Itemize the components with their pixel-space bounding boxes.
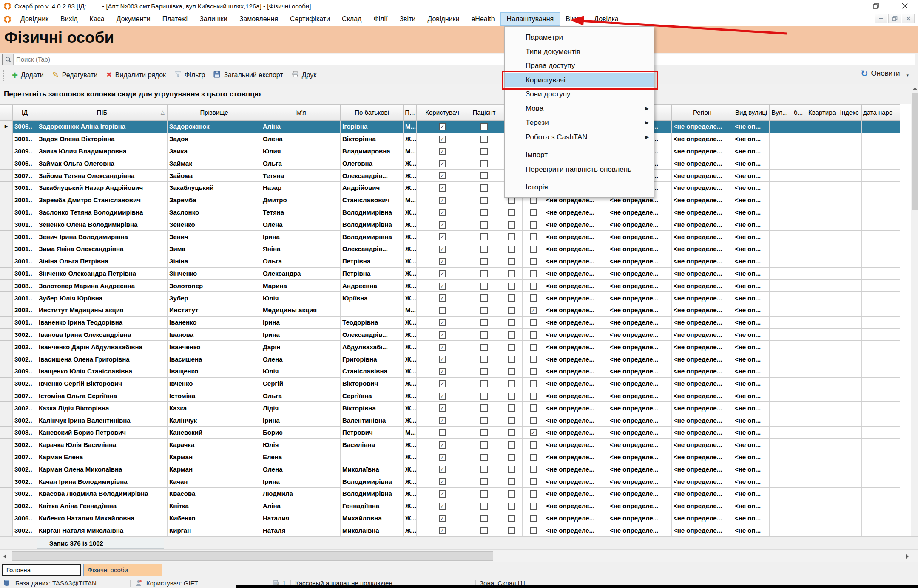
cell-user-checkbox[interactable]: ✓ — [417, 316, 468, 328]
checkbox-unchecked-icon[interactable] — [439, 307, 446, 314]
checkbox-unchecked-icon[interactable] — [530, 356, 537, 363]
checkbox-unchecked-icon[interactable] — [530, 233, 537, 240]
checkbox-unchecked-icon[interactable] — [480, 515, 488, 522]
cell-patient-checkbox[interactable] — [468, 500, 500, 512]
checkbox-unchecked-icon[interactable] — [508, 270, 515, 277]
cell-patient-checkbox[interactable] — [468, 133, 500, 145]
checkbox-unchecked-icon[interactable] — [508, 404, 515, 412]
table-row[interactable]: 3001..Зененко Олена ВолодимирівнаЗененко… — [0, 218, 900, 231]
cell-patient-checkbox[interactable] — [468, 170, 500, 182]
toolbar-button-export[interactable]: Загальний експорт — [209, 69, 287, 82]
checkbox-unchecked-icon[interactable] — [530, 246, 537, 253]
menu-item-import[interactable]: Імпорт — [505, 148, 654, 162]
checkbox-checked-icon[interactable]: ✓ — [439, 172, 446, 179]
cell-patient-checkbox[interactable] — [468, 145, 500, 157]
checkbox-unchecked-icon[interactable] — [480, 441, 488, 449]
checkbox-unchecked-icon[interactable] — [480, 454, 488, 461]
cell-user-checkbox[interactable]: ✓ — [417, 463, 468, 475]
table-row[interactable]: 3001..Зима Яніна ОлександрівнаЗимаЯнінаО… — [0, 243, 900, 255]
cell-user-checkbox[interactable]: ✓ — [417, 267, 468, 280]
checkbox-unchecked-icon[interactable] — [480, 184, 488, 192]
checkbox-checked-icon[interactable]: ✓ — [439, 356, 446, 363]
checkbox-checked-icon[interactable]: ✓ — [439, 136, 446, 143]
cell-patient-checkbox[interactable] — [468, 267, 500, 280]
mdi-restore-button[interactable] — [888, 14, 901, 23]
table-row[interactable]: 3002..Калінчук Ірина ВалентинівнаКалінчу… — [0, 414, 900, 427]
checkbox-checked-icon[interactable]: ✓ — [439, 246, 446, 253]
cell-patient-checkbox[interactable] — [468, 438, 500, 451]
checkbox-unchecked-icon[interactable] — [530, 368, 537, 375]
cell-checkbox-1[interactable] — [500, 280, 523, 292]
cell-checkbox-2[interactable] — [523, 500, 544, 512]
checkbox-unchecked-icon[interactable] — [480, 160, 488, 167]
menu-item-check-updates[interactable]: Перевірити наявність оновлень — [505, 162, 654, 177]
table-row[interactable]: 3002..Іванченко Дарін АбдулвахабівнаІван… — [0, 341, 900, 353]
menubar-item-dovidnyky[interactable]: Довідники — [421, 13, 465, 25]
checkbox-unchecked-icon[interactable] — [530, 344, 537, 351]
column-header-user[interactable]: Користувач — [417, 105, 468, 121]
table-row[interactable]: 3002..Карман Олена МиколаївнаКарманОлена… — [0, 463, 900, 475]
cell-checkbox-1[interactable] — [500, 475, 523, 488]
table-row[interactable]: ▶3006..Задорожнюк Аліна ІгорівнаЗадорожн… — [0, 121, 900, 133]
checkbox-unchecked-icon[interactable] — [480, 221, 488, 229]
horizontal-scrollbar[interactable] — [0, 549, 918, 562]
table-row[interactable]: 3002..Івченко Сергій ВікторовичІвченкоСе… — [0, 377, 900, 390]
cell-patient-checkbox[interactable] — [468, 426, 500, 438]
cell-patient-checkbox[interactable] — [468, 414, 500, 427]
checkbox-unchecked-icon[interactable] — [480, 246, 488, 253]
table-row[interactable]: 3002..Квітка Аліна ГеннадіївнаКвіткаАлін… — [0, 500, 900, 512]
cell-user-checkbox[interactable]: ✓ — [417, 218, 468, 231]
cell-user-checkbox[interactable]: ✓ — [417, 438, 468, 451]
cell-checkbox-1[interactable] — [500, 267, 523, 280]
table-row[interactable]: 3001..Задоя Олена ВікторівнаЗадояОленаВі… — [0, 133, 900, 145]
checkbox-unchecked-icon[interactable] — [480, 404, 488, 412]
menubar-item-filiyi[interactable]: Філії — [367, 13, 393, 25]
cell-checkbox-2[interactable] — [523, 218, 544, 231]
cell-user-checkbox[interactable]: ✓ — [417, 390, 468, 402]
checkbox-unchecked-icon[interactable] — [480, 172, 488, 179]
checkbox-checked-icon[interactable]: ✓ — [439, 148, 446, 155]
checkbox-unchecked-icon[interactable] — [508, 283, 515, 290]
cell-user-checkbox[interactable]: ✓ — [417, 328, 468, 341]
cell-checkbox-1[interactable] — [500, 414, 523, 427]
cell-user-checkbox[interactable]: ✓ — [417, 170, 468, 182]
checkbox-unchecked-icon[interactable] — [530, 319, 537, 326]
checkbox-checked-icon[interactable]: ✓ — [439, 160, 446, 167]
tab-fizychni-osoby[interactable]: Фізичні особи — [83, 564, 162, 576]
cell-checkbox-2[interactable]: ✓ — [523, 426, 544, 438]
cell-checkbox-2[interactable] — [523, 328, 544, 341]
checkbox-unchecked-icon[interactable] — [480, 527, 488, 534]
cell-patient-checkbox[interactable] — [468, 181, 500, 194]
checkbox-unchecked-icon[interactable] — [508, 221, 515, 229]
cell-checkbox-1[interactable] — [500, 500, 523, 512]
checkbox-unchecked-icon[interactable] — [508, 454, 515, 461]
menu-item-korystuvachi[interactable]: Користувачі — [505, 73, 654, 88]
checkbox-unchecked-icon[interactable] — [480, 148, 488, 155]
checkbox-unchecked-icon[interactable] — [508, 429, 515, 436]
checkbox-checked-icon[interactable]: ✓ — [439, 527, 446, 534]
cell-checkbox-1[interactable] — [500, 402, 523, 414]
toolbar-drag-handle[interactable] — [3, 70, 4, 81]
column-header-patient[interactable]: Пацієнт — [468, 105, 500, 121]
table-row[interactable]: 3002..Качан Ірина ВолодимирівнаКачанІрин… — [0, 475, 900, 488]
cell-patient-checkbox[interactable] — [468, 377, 500, 390]
checkbox-unchecked-icon[interactable] — [480, 466, 488, 473]
cell-checkbox-2[interactable] — [523, 292, 544, 304]
checkbox-unchecked-icon[interactable] — [480, 503, 488, 510]
cell-user-checkbox[interactable]: ✓ — [417, 512, 468, 524]
cell-checkbox-1[interactable] — [500, 341, 523, 353]
toolbar-button-add[interactable]: +Додати — [8, 69, 48, 82]
checkbox-unchecked-icon[interactable] — [508, 490, 515, 498]
toolbar-button-delete[interactable]: ✖Видалити рядок — [102, 69, 170, 82]
menu-item-mova[interactable]: Мова▶ — [505, 102, 654, 116]
column-header-gender[interactable]: П... — [404, 105, 417, 121]
cell-checkbox-2[interactable] — [523, 231, 544, 243]
cell-patient-checkbox[interactable] — [468, 487, 500, 500]
cell-checkbox-2[interactable] — [523, 487, 544, 500]
cell-patient-checkbox[interactable] — [468, 402, 500, 414]
table-row[interactable]: 3001..Зінченко Олександра ПетрівнаЗінчен… — [0, 267, 900, 280]
cell-patient-checkbox[interactable] — [468, 243, 500, 255]
cell-patient-checkbox[interactable] — [468, 353, 500, 365]
cell-checkbox-2[interactable] — [523, 524, 544, 536]
cell-checkbox-2[interactable] — [523, 267, 544, 280]
